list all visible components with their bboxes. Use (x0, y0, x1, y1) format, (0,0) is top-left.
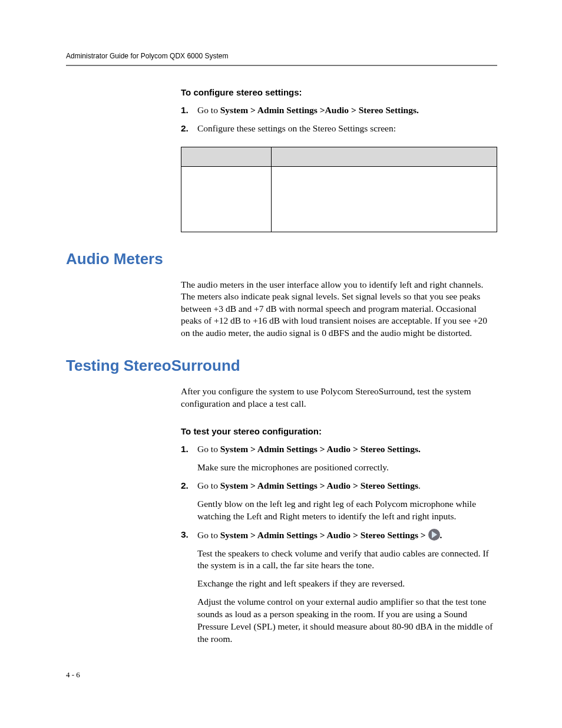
audio-meters-heading: Audio Meters (66, 250, 497, 268)
step-prefix: Go to (197, 530, 220, 540)
settings-table (181, 147, 497, 232)
step-text: Go to System > Admin Settings > Audio > … (197, 443, 497, 474)
step-prefix: Go to (197, 105, 220, 115)
testing-heading: Testing StereoSurround (66, 357, 497, 375)
step-prefix: Go to (197, 480, 220, 490)
step-suffix: . (418, 480, 421, 490)
step-number: 1. (181, 104, 197, 117)
nav-path: System > Admin Settings > Audio > Stereo… (220, 444, 421, 454)
step-sub: Make sure the microphones are positioned… (197, 462, 497, 474)
step-number: 3. (181, 529, 197, 645)
page-content: To configure stereo settings: 1. Go to S… (66, 87, 497, 657)
step-sub: Test the speakers to check volume and ve… (197, 548, 497, 572)
configure-steps: 1. Go to System > Admin Settings >Audio … (181, 104, 497, 135)
step-sub: Adjust the volume control on your extern… (197, 596, 497, 645)
header-rule (66, 65, 497, 66)
step-text: Go to System > Admin Settings > Audio > … (197, 529, 497, 645)
test-steps: 1. Go to System > Admin Settings > Audio… (181, 443, 497, 645)
step-number: 2. (181, 480, 197, 523)
nav-path: System > Admin Settings >Audio > Stereo … (220, 105, 419, 115)
step-sub: Exchange the right and left speakers if … (197, 578, 497, 590)
page-header: Administrator Guide for Polycom QDX 6000… (66, 52, 497, 60)
audio-meters-paragraph: The audio meters in the user interface a… (181, 279, 497, 339)
configure-stereo-heading: To configure stereo settings: (181, 87, 497, 97)
step-sub: Gently blow on the left leg and right le… (197, 498, 497, 523)
testing-intro: After you configure the system to use Po… (181, 386, 497, 410)
step-text: Configure these settings on the Stereo S… (197, 123, 497, 135)
test-config-heading: To test your stereo configuration: (181, 426, 497, 436)
step-text: Go to System > Admin Settings >Audio > S… (197, 104, 497, 117)
step-text: Go to System > Admin Settings > Audio > … (197, 480, 497, 523)
step-suffix: . (440, 530, 442, 540)
table-cell (181, 166, 272, 232)
nav-path: System > Admin Settings > Audio > Stereo… (220, 480, 418, 490)
table-cell (272, 166, 497, 232)
step-number: 1. (181, 443, 197, 474)
nav-path: System > Admin Settings > Audio > Stereo… (220, 530, 428, 540)
page-number: 4 - 6 (66, 670, 80, 680)
next-icon (428, 529, 440, 541)
step-prefix: Go to (197, 444, 220, 454)
table-header-cell (272, 147, 497, 166)
step-number: 2. (181, 123, 197, 135)
table-header-cell (181, 147, 272, 166)
